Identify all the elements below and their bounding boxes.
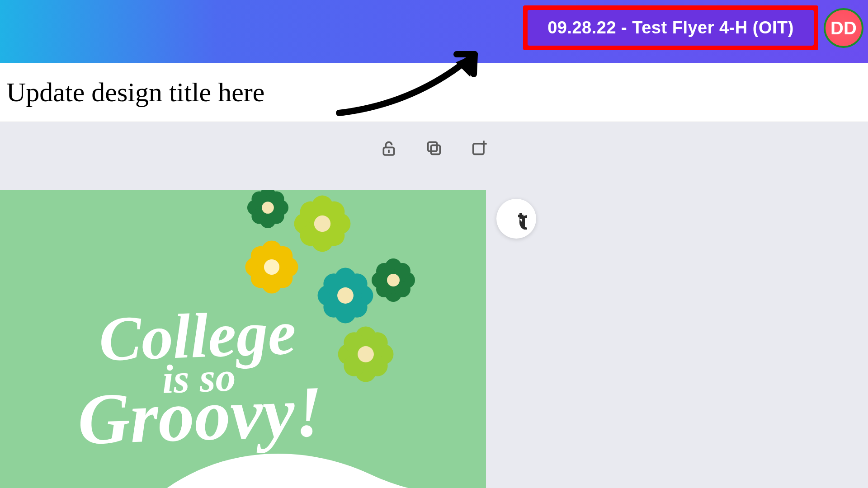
svg-rect-5 bbox=[473, 144, 484, 154]
user-avatar[interactable]: DD bbox=[824, 8, 863, 48]
app-header: 09.28.22 - Test Flyer 4-H (OIT) DD bbox=[0, 0, 868, 63]
page-toolbar bbox=[379, 138, 489, 158]
svg-point-35 bbox=[264, 259, 279, 275]
flower-icon bbox=[371, 258, 416, 303]
editor-canvas-area: College is so Groovy! bbox=[0, 122, 868, 488]
comment-plus-icon bbox=[505, 208, 527, 230]
flower-icon bbox=[293, 194, 352, 253]
svg-point-44 bbox=[387, 274, 400, 286]
design-title-input[interactable]: 09.28.22 - Test Flyer 4-H (OIT) bbox=[528, 10, 814, 46]
svg-point-26 bbox=[314, 216, 330, 232]
white-wave-shape bbox=[145, 434, 486, 488]
flower-icon bbox=[244, 239, 299, 295]
avatar-initials: DD bbox=[830, 18, 857, 38]
svg-rect-3 bbox=[431, 145, 440, 154]
svg-point-17 bbox=[262, 202, 274, 214]
svg-rect-4 bbox=[428, 142, 437, 151]
design-page[interactable]: College is so Groovy! bbox=[0, 190, 486, 488]
add-comment-button[interactable] bbox=[496, 199, 536, 239]
duplicate-page-icon[interactable] bbox=[424, 138, 444, 158]
annotation-band: Update design title here bbox=[0, 63, 868, 122]
svg-point-53 bbox=[337, 287, 354, 304]
unlock-icon[interactable] bbox=[379, 138, 399, 158]
design-headline[interactable]: College is so Groovy! bbox=[34, 302, 364, 454]
add-page-icon[interactable] bbox=[469, 138, 489, 158]
design-title-highlight: 09.28.22 - Test Flyer 4-H (OIT) bbox=[523, 5, 818, 50]
flower-icon bbox=[246, 190, 289, 229]
annotation-text: Update design title here bbox=[6, 77, 264, 108]
